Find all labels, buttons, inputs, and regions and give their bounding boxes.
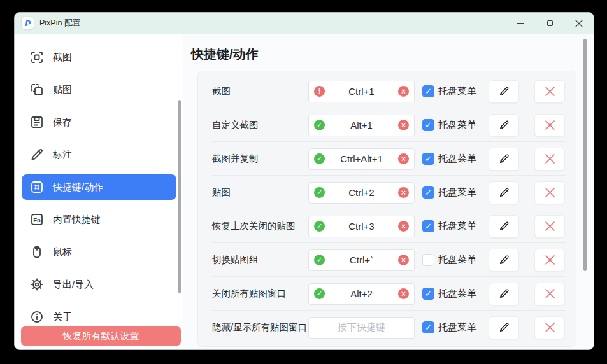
hotkey-value: 按下快捷键 xyxy=(314,321,409,333)
hotkey-row: 自定义截图 ✓ Alt+1 × ✓ 托盘菜单 xyxy=(198,108,576,142)
hotkey-clear-icon[interactable]: × xyxy=(398,187,409,198)
sidebar-item-save[interactable]: 保存 xyxy=(22,109,176,135)
hotkey-clear-icon[interactable]: × xyxy=(398,86,409,97)
delete-hotkey-button[interactable] xyxy=(534,283,565,305)
close-button[interactable] xyxy=(564,13,594,34)
titlebar: P PixPin 配置 xyxy=(15,13,594,34)
delete-x-icon xyxy=(545,86,555,97)
hotkey-clear-icon[interactable]: × xyxy=(398,255,409,265)
delete-hotkey-button[interactable] xyxy=(534,80,565,103)
hotkey-clear-icon[interactable]: × xyxy=(398,120,409,130)
tray-label: 托盘菜单 xyxy=(438,119,476,131)
delete-hotkey-button[interactable] xyxy=(534,316,565,339)
main-scrollbar-thumb[interactable] xyxy=(583,39,587,271)
close-icon xyxy=(575,20,583,27)
maximize-button[interactable] xyxy=(535,13,564,34)
hotkey-input[interactable]: 按下快捷键 × xyxy=(308,317,415,339)
tray-checkbox[interactable]: ✓ xyxy=(422,153,434,165)
hotkey-input[interactable]: ✓ Ctrl+Alt+1 × xyxy=(308,148,415,170)
hotkey-row-label: 隐藏/显示所有贴图窗口 xyxy=(212,321,308,333)
sidebar-item-label: 导出/导入 xyxy=(53,279,94,291)
sidebar-item-label: 截图 xyxy=(53,52,72,64)
delete-hotkey-button[interactable] xyxy=(534,249,565,272)
hotkey-input[interactable]: ✓ Ctrl+` × xyxy=(308,249,415,271)
sidebar-item-hotkeys-actions[interactable]: 快捷键/动作 xyxy=(22,174,176,200)
hotkey-row: 隐藏/显示所有贴图窗口 按下快捷键 × ✓ 托盘菜单 xyxy=(198,311,576,344)
sidebar-item-label: 快捷键/动作 xyxy=(53,181,103,193)
tray-menu-option: 托盘菜单 xyxy=(415,254,489,266)
edit-hotkey-button[interactable] xyxy=(489,283,519,305)
window-controls xyxy=(506,13,594,34)
hotkey-status-icon: ✓ xyxy=(314,288,325,299)
edit-hotkey-button[interactable] xyxy=(489,114,519,137)
sidebar-item-mouse[interactable]: 鼠标 xyxy=(22,239,176,265)
tray-checkbox[interactable]: ✓ xyxy=(422,119,434,131)
sidebar-item-pin-image[interactable]: 贴图 xyxy=(22,77,176,102)
hotkey-row: 恢复上次关闭的贴图 ✓ Ctrl+3 × ✓ 托盘菜单 xyxy=(198,209,576,243)
sidebar-item-label: 贴图 xyxy=(53,84,72,96)
tray-menu-option: ✓ 托盘菜单 xyxy=(415,288,489,300)
window-title: PixPin 配置 xyxy=(39,18,80,29)
tray-checkbox[interactable] xyxy=(422,254,434,266)
hotkey-status-icon: ! xyxy=(314,86,325,97)
tray-menu-option: ✓ 托盘菜单 xyxy=(415,85,489,97)
sidebar-item-label: 标注 xyxy=(53,149,72,161)
hotkey-row-label: 自定义截图 xyxy=(212,119,308,131)
tray-checkbox[interactable]: ✓ xyxy=(422,85,434,97)
hotkey-clear-icon[interactable]: × xyxy=(398,153,409,164)
tray-menu-option: ✓ 托盘菜单 xyxy=(415,186,489,199)
edit-hotkey-button[interactable] xyxy=(489,181,519,204)
hotkeys-panel: 截图 ! Ctrl+1 × ✓ 托盘菜单 自定义截图 ✓ Alt+1 × ✓ xyxy=(197,71,576,347)
tray-menu-option: ✓ 托盘菜单 xyxy=(415,119,489,131)
delete-x-icon xyxy=(545,221,555,232)
hotkey-clear-icon[interactable]: × xyxy=(398,288,409,299)
restore-defaults-button[interactable]: 恢复所有默认设置 xyxy=(21,326,181,346)
edit-hotkey-button[interactable] xyxy=(489,215,519,238)
maximize-icon xyxy=(547,20,553,26)
delete-x-icon xyxy=(545,120,555,130)
hotkey-input[interactable]: ! Ctrl+1 × xyxy=(308,81,415,102)
tray-label: 托盘菜单 xyxy=(438,321,476,333)
hotkey-input[interactable]: ✓ Ctrl+3 × xyxy=(308,216,415,237)
delete-hotkey-button[interactable] xyxy=(534,215,565,238)
sidebar-item-screenshot[interactable]: 截图 xyxy=(22,45,176,70)
sidebar-item-annotate[interactable]: 标注 xyxy=(22,142,176,167)
tray-checkbox[interactable]: ✓ xyxy=(422,220,434,232)
delete-hotkey-button[interactable] xyxy=(534,148,565,171)
delete-hotkey-button[interactable] xyxy=(534,181,565,204)
pencil-icon xyxy=(498,186,510,199)
tray-label: 托盘菜单 xyxy=(438,254,476,266)
pixpin-logo-icon: P xyxy=(22,17,34,29)
about-icon xyxy=(29,309,45,325)
edit-hotkey-button[interactable] xyxy=(489,249,519,272)
svg-text:Fn: Fn xyxy=(33,216,41,223)
hotkey-input[interactable]: ✓ Ctrl+2 × xyxy=(308,182,415,204)
sidebar-scrollbar-thumb[interactable] xyxy=(178,100,181,293)
hotkey-status-icon: ✓ xyxy=(314,221,325,232)
tray-label: 托盘菜单 xyxy=(438,85,476,97)
hotkey-row-label: 截图 xyxy=(212,85,308,97)
tray-checkbox[interactable]: ✓ xyxy=(422,321,434,333)
delete-hotkey-button[interactable] xyxy=(534,114,565,137)
hotkey-row: 贴图 ✓ Ctrl+2 × ✓ 托盘菜单 xyxy=(198,176,576,209)
hotkey-row: 截图并复制 ✓ Ctrl+Alt+1 × ✓ 托盘菜单 xyxy=(198,142,576,176)
pencil-icon xyxy=(498,153,510,165)
edit-hotkey-button[interactable] xyxy=(489,148,519,171)
minimize-button[interactable] xyxy=(506,13,535,34)
hotkey-value: Alt+2 xyxy=(325,288,398,299)
app-window: P PixPin 配置 截图 贴图 保存 标注 快捷键/动作 Fn xyxy=(14,12,594,350)
sidebar-item-export-import[interactable]: 导出/导入 xyxy=(22,272,176,297)
sidebar-item-about[interactable]: 关于 xyxy=(22,304,176,330)
sidebar-item-label: 鼠标 xyxy=(53,246,72,258)
pencil-icon xyxy=(498,321,510,333)
hotkey-input[interactable]: ✓ Alt+2 × xyxy=(308,283,415,305)
sidebar-item-builtin-hotkeys[interactable]: Fn 内置快捷键 xyxy=(22,207,176,232)
pencil-icon xyxy=(498,119,510,131)
hotkey-row: 截图 ! Ctrl+1 × ✓ 托盘菜单 xyxy=(198,74,576,108)
tray-checkbox[interactable]: ✓ xyxy=(422,186,434,199)
tray-checkbox[interactable]: ✓ xyxy=(422,288,434,300)
hotkey-clear-icon[interactable]: × xyxy=(398,221,409,232)
edit-hotkey-button[interactable] xyxy=(489,316,519,339)
hotkey-input[interactable]: ✓ Alt+1 × xyxy=(308,115,415,136)
edit-hotkey-button[interactable] xyxy=(489,80,519,103)
